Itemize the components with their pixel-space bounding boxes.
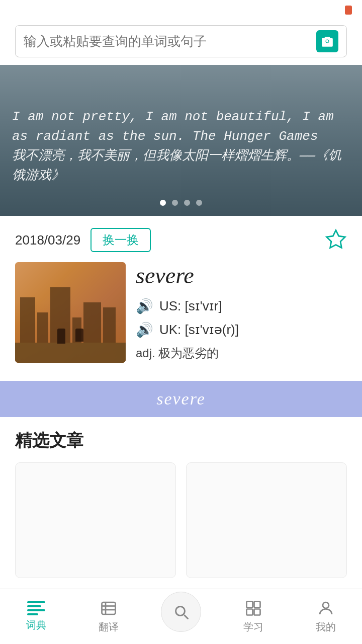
nav-label-learn: 学习	[243, 620, 263, 634]
nav-label-translate: 翻译	[99, 620, 119, 634]
banner-dots	[160, 200, 202, 206]
word-of-day-section: 2018/03/29 换一换 se	[0, 216, 362, 371]
speaker-us-icon: 🔊	[136, 298, 153, 314]
nav-item-mine[interactable]: 我的	[290, 589, 362, 644]
refresh-button[interactable]: 换一换	[90, 228, 151, 252]
dot-3[interactable]	[184, 200, 190, 206]
search-bar[interactable]	[15, 25, 347, 57]
dot-4[interactable]	[196, 200, 202, 206]
camera-button[interactable]	[316, 30, 338, 52]
svg-rect-8	[254, 609, 260, 615]
article-card-1[interactable]	[15, 462, 176, 578]
pronunciation-uk[interactable]: 🔊 UK: [sɪ'vɪə(r)]	[136, 321, 347, 338]
road	[15, 343, 126, 363]
quote-banner: I am not pretty, I am not beautiful, I a…	[0, 65, 362, 216]
word-header: 2018/03/29 换一换	[15, 228, 347, 252]
svg-rect-5	[247, 602, 253, 608]
practice-word: severe	[156, 389, 206, 409]
camera-icon	[321, 35, 334, 48]
word-title[interactable]: severe	[136, 262, 347, 289]
speaker-uk-icon: 🔊	[136, 321, 153, 338]
svg-rect-7	[247, 609, 253, 615]
battery-icon	[345, 6, 352, 15]
nav-item-learn[interactable]: 学习	[217, 589, 290, 644]
featured-section: 精选文章	[0, 417, 362, 578]
svg-marker-0	[327, 230, 345, 248]
search-center-button[interactable]	[161, 592, 201, 632]
dict-icon	[27, 601, 45, 615]
dot-1[interactable]	[160, 200, 166, 206]
translate-icon	[100, 599, 118, 617]
definition: adj. 极为恶劣的	[136, 345, 347, 361]
word-details: severe 🔊 US: [sɪ'vɪr] 🔊 UK: [sɪ'vɪə(r)] …	[136, 262, 347, 363]
pronunciation-us[interactable]: 🔊 US: [sɪ'vɪr]	[136, 298, 347, 314]
svg-point-9	[323, 602, 329, 608]
article-list	[15, 462, 347, 578]
people	[57, 329, 83, 344]
search-center-icon	[172, 603, 190, 621]
star-icon	[325, 228, 347, 251]
nav-item-dict[interactable]: 词典	[0, 589, 72, 644]
date-label: 2018/03/29	[15, 232, 80, 248]
svg-rect-1	[102, 602, 116, 614]
bottom-nav: 词典 翻译 学习 我的	[0, 589, 362, 644]
search-input[interactable]	[24, 34, 316, 49]
article-card-2[interactable]	[186, 462, 347, 578]
mine-icon	[317, 599, 335, 617]
star-button[interactable]	[325, 228, 347, 252]
phonetic-us: US: [sɪ'vɪr]	[159, 298, 222, 314]
svg-rect-6	[254, 602, 260, 608]
word-card: severe 🔊 US: [sɪ'vɪr] 🔊 UK: [sɪ'vɪə(r)] …	[15, 262, 347, 363]
nav-label-dict: 词典	[26, 618, 46, 632]
nav-item-translate[interactable]: 翻译	[72, 589, 145, 644]
quote-text: I am not pretty, I am not beautiful, I a…	[12, 107, 350, 186]
practice-bar[interactable]: severe	[0, 381, 362, 417]
nav-item-search[interactable]	[145, 589, 217, 644]
status-bar	[0, 0, 362, 20]
nav-label-mine: 我的	[316, 620, 336, 634]
learn-icon	[244, 599, 262, 617]
dot-2[interactable]	[172, 200, 178, 206]
word-image	[15, 262, 126, 363]
featured-title: 精选文章	[15, 429, 347, 452]
phonetic-uk: UK: [sɪ'vɪə(r)]	[159, 322, 239, 338]
